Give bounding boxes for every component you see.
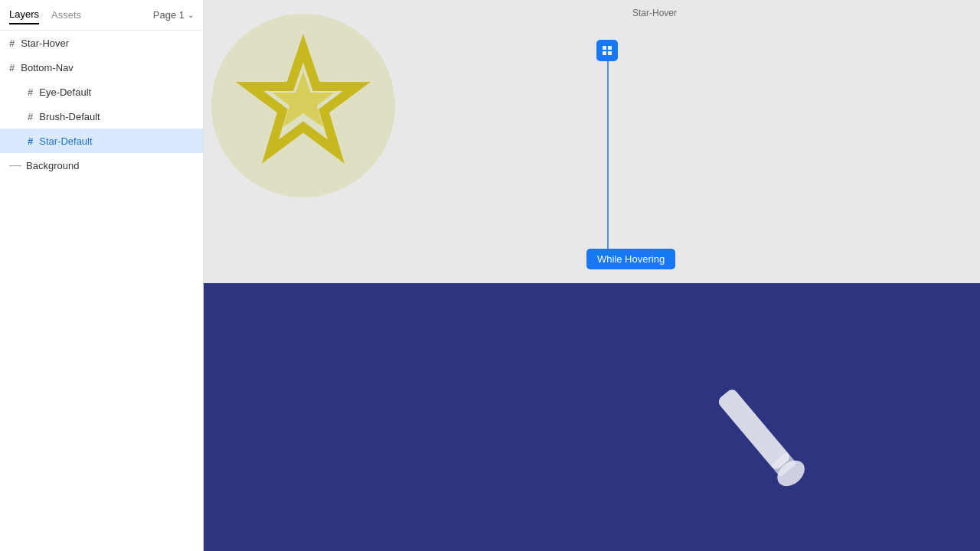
sidebar: Layers Assets Page 1 ⌄ # Star-Hover # Bo… [0, 0, 204, 551]
layer-label: Star-Default [39, 135, 92, 147]
while-hovering-badge[interactable]: While Hovering [586, 249, 675, 269]
hash-icon: # [28, 111, 33, 122]
layer-label: Star-Hover [21, 37, 69, 49]
connection-line-svg [594, 42, 671, 264]
svg-rect-2 [603, 51, 606, 55]
svg-rect-1 [608, 46, 612, 50]
layer-label: Brush-Default [39, 111, 100, 122]
layer-item-background[interactable]: — Background [0, 153, 203, 178]
page-selector[interactable]: Page 1 ⌄ [153, 9, 194, 21]
tab-layers[interactable]: Layers [9, 5, 39, 24]
top-canvas: Star-Hover While Hovering [204, 0, 980, 283]
bottom-canvas: Bottom-Nav 56 × 53 [204, 283, 980, 551]
layer-label: Bottom-Nav [21, 62, 74, 73]
svg-rect-3 [608, 51, 612, 55]
layer-label: Background [26, 160, 79, 171]
star-hover-circle [211, 14, 395, 197]
page-selector-label: Page 1 [153, 9, 185, 21]
star-hover-label: Star-Hover [632, 8, 677, 18]
sidebar-header: Layers Assets Page 1 ⌄ [0, 0, 203, 31]
chevron-down-icon: ⌄ [188, 11, 194, 19]
dash-icon: — [9, 158, 20, 172]
component-button[interactable] [596, 40, 618, 61]
hash-icon: # [28, 86, 33, 98]
layer-label: Eye-Default [39, 86, 91, 98]
layer-item-star-hover[interactable]: # Star-Hover [0, 31, 203, 55]
svg-rect-0 [603, 46, 606, 50]
component-icon [601, 44, 613, 57]
tab-assets[interactable]: Assets [51, 6, 81, 24]
layer-item-eye-default[interactable]: # Eye-Default [0, 80, 203, 104]
layer-item-brush-default[interactable]: # Brush-Default [0, 104, 203, 129]
layer-item-star-default[interactable]: # Star-Default [0, 129, 203, 153]
canvas-area: Star-Hover While Hovering [204, 0, 980, 551]
hash-icon: # [28, 135, 33, 147]
hash-icon: # [9, 37, 15, 49]
brush-icon-area [689, 364, 858, 505]
star-hover-star [238, 41, 368, 171]
brush-icon-svg [689, 364, 858, 502]
hash-icon: # [9, 62, 15, 73]
layer-item-bottom-nav[interactable]: # Bottom-Nav [0, 55, 203, 80]
